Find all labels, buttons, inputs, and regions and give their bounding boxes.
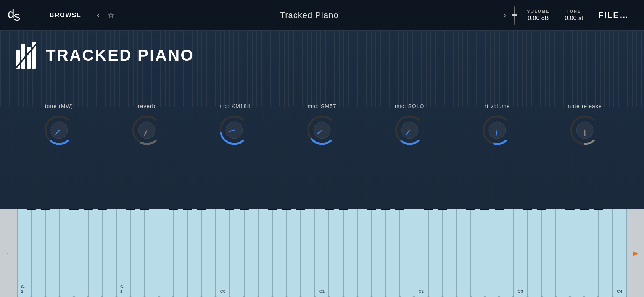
knob-label-mic-km184: mic: KM184 [218, 103, 250, 109]
instrument-name: TRACKED PIANO [46, 46, 194, 65]
volume-value: 0.00 dB [528, 15, 549, 22]
white-key[interactable] [272, 209, 287, 297]
white-key[interactable] [102, 209, 116, 297]
white-key[interactable]: C4 [613, 209, 627, 297]
black-key[interactable] [197, 209, 206, 210]
key-octave-label: C3 [518, 289, 523, 294]
black-key[interactable] [282, 209, 291, 210]
white-key[interactable] [187, 209, 201, 297]
knob-svg-rt-volume [480, 113, 514, 147]
white-key[interactable] [301, 209, 315, 297]
white-key[interactable] [343, 209, 357, 297]
black-key[interactable] [169, 209, 178, 210]
white-key[interactable] [60, 209, 74, 297]
knob-mic-solo[interactable] [393, 113, 427, 147]
black-key[interactable] [84, 209, 93, 210]
white-key[interactable] [130, 209, 145, 297]
nav-favorite-button[interactable]: ☆ [103, 10, 119, 20]
white-key[interactable] [542, 209, 556, 297]
white-key[interactable] [88, 209, 102, 297]
white-key[interactable] [556, 209, 570, 297]
white-key[interactable]: C1 [315, 209, 329, 297]
white-key[interactable] [74, 209, 88, 297]
white-key[interactable] [386, 209, 400, 297]
black-key[interactable] [395, 209, 404, 210]
white-key[interactable] [485, 209, 499, 297]
black-key[interactable] [381, 209, 390, 210]
keyboard-scroll-left[interactable]: ← [0, 209, 17, 297]
black-key[interactable] [537, 209, 546, 210]
keyboard-left-arrow-icon[interactable]: ← [6, 250, 11, 256]
white-key[interactable] [471, 209, 485, 297]
knob-label-note-release: note release [568, 103, 602, 109]
white-key[interactable]: C0 [216, 209, 230, 297]
black-key[interactable] [594, 209, 603, 210]
white-key[interactable]: C3 [513, 209, 527, 297]
nav-prev-button[interactable]: ‹ [93, 10, 103, 20]
black-key[interactable] [565, 209, 575, 210]
white-key[interactable] [528, 209, 542, 297]
knob-container-mic-km184: mic: KM184 [217, 103, 251, 147]
white-key[interactable] [173, 209, 187, 297]
knob-tone-mw[interactable] [42, 113, 76, 147]
black-key[interactable] [466, 209, 475, 210]
keyboard-right-arrow-icon[interactable]: ▶ [633, 250, 638, 257]
volume-slider-handle[interactable] [512, 14, 517, 16]
black-key[interactable] [98, 209, 107, 210]
white-key[interactable] [428, 209, 443, 297]
white-key[interactable] [570, 209, 584, 297]
white-key[interactable] [159, 209, 173, 297]
white-key[interactable] [244, 209, 258, 297]
white-key[interactable] [329, 209, 343, 297]
white-key[interactable] [443, 209, 457, 297]
browse-button[interactable]: BROWSE [38, 12, 93, 19]
white-key[interactable] [201, 209, 216, 297]
white-key[interactable] [287, 209, 301, 297]
white-key[interactable] [357, 209, 372, 297]
black-key[interactable] [69, 209, 79, 210]
white-key[interactable] [457, 209, 471, 297]
white-key[interactable] [258, 209, 272, 297]
volume-slider[interactable] [510, 6, 519, 25]
black-key[interactable] [183, 209, 192, 210]
key-octave-label: C-1 [120, 284, 127, 294]
white-key[interactable] [230, 209, 244, 297]
white-key[interactable]: C2 [414, 209, 428, 297]
black-key[interactable] [225, 209, 234, 210]
black-key[interactable] [126, 209, 135, 210]
keyboard-scroll-right[interactable]: ▶ [627, 209, 644, 297]
black-key[interactable] [296, 209, 305, 210]
black-key[interactable] [41, 209, 50, 210]
white-key[interactable] [598, 209, 612, 297]
black-key[interactable] [367, 209, 376, 210]
knob-reverb[interactable] [130, 113, 164, 147]
black-key[interactable] [495, 209, 504, 210]
white-key[interactable]: C-1 [116, 209, 130, 297]
black-key[interactable] [325, 209, 334, 210]
knob-rt-volume[interactable] [480, 113, 514, 147]
white-key[interactable]: C-2 [17, 209, 31, 297]
black-key[interactable] [424, 209, 433, 210]
black-key[interactable] [140, 209, 149, 210]
black-key[interactable] [27, 209, 36, 210]
knob-mic-km184[interactable] [217, 113, 251, 147]
white-key[interactable] [45, 209, 60, 297]
black-key[interactable] [339, 209, 348, 210]
black-key[interactable] [240, 209, 249, 210]
file-button[interactable]: FILE… [591, 10, 636, 20]
white-key[interactable] [400, 209, 414, 297]
nav-next-button[interactable]: › [500, 10, 510, 20]
white-key[interactable] [145, 209, 159, 297]
white-key[interactable] [372, 209, 386, 297]
black-key[interactable] [438, 209, 447, 210]
black-key[interactable] [523, 209, 532, 210]
black-key[interactable] [580, 209, 589, 210]
knob-note-release[interactable] [568, 113, 602, 147]
white-key[interactable] [31, 209, 45, 297]
black-key[interactable] [268, 209, 277, 210]
white-key[interactable] [499, 209, 513, 297]
black-key[interactable] [480, 209, 489, 210]
white-key[interactable] [584, 209, 598, 297]
knob-mic-sm57[interactable] [305, 113, 339, 147]
volume-slider-track[interactable] [514, 6, 515, 25]
